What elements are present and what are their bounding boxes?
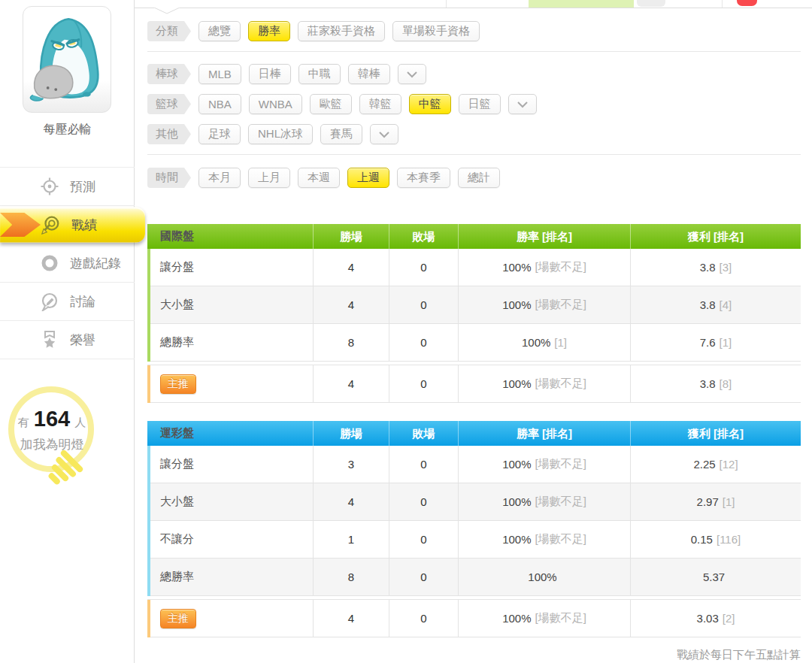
filter-chip-kr-basket[interactable]: 韓籃 [359,94,401,114]
beacon-prefix: 有 [18,416,29,428]
filter-chip-single-killer[interactable]: 單場殺手資格 [392,21,480,41]
table-header-row: 運彩盤 勝場 敗場 勝率 [排名] 獲利 [排名] [147,421,801,446]
table-row: 不讓分 1 0 100%[場數不足] 0.15[116] [147,521,801,559]
filter-label: 時間 [147,168,191,188]
chevron-down-icon [406,71,418,78]
filter-label: 分類 [147,21,191,41]
rate-cell: 100%[1] [458,324,630,362]
cut-off-tab[interactable] [637,0,665,7]
tab-divider [722,0,723,8]
filter-chip-soccer[interactable]: 足球 [198,124,241,144]
rate-cell: 100%[場數不足] [458,483,630,521]
profit-cell: 3.8[8] [630,365,801,403]
column-header: 敗場 [389,224,458,249]
featured-row-section: 主推 4 0 100%[場數不足] 3.8[8] [147,365,801,403]
sidebar-item-label: 遊戲紀錄 [70,255,121,272]
table-header-row: 國際盤 勝場 敗場 勝率 [排名] 獲利 [排名] [147,224,801,249]
cut-off-active-sport-tab[interactable] [529,0,634,8]
row-label: 主推 [147,374,313,394]
beacon-lightbulb[interactable]: 有 164 人 加我為明燈 [0,380,135,515]
losses-cell: 0 [389,324,458,362]
chevron-down-icon [378,131,390,138]
wins-cell: 4 [313,600,389,637]
sidebar-item-game-log[interactable]: 遊戲紀錄 [0,244,135,283]
sidebar: 每壓必輸 預測 戰績 [0,0,135,663]
sidebar-item-record[interactable]: 戰績 [0,206,135,244]
wins-cell: 3 [313,446,389,483]
filter-chip-winrate[interactable]: 勝率 [248,21,290,41]
calculation-note: 戰績於每日下午五點計算 [147,648,801,662]
avatar[interactable] [23,6,111,113]
filter-chip-total[interactable]: 總計 [458,168,500,188]
row-label: 主推 [147,609,313,628]
sidebar-item-label: 戰績 [71,216,97,234]
losses-cell: 0 [389,483,458,521]
column-header: 勝率 [排名] [458,421,630,446]
filter-chip-last-month[interactable]: 上月 [248,168,290,188]
tab-divider [446,0,447,8]
filter-chip-this-week[interactable]: 本週 [298,168,340,188]
column-header: 勝率 [排名] [458,224,630,249]
filter-chip-jp-basket[interactable]: 日籃 [459,94,501,114]
table-title: 國際盤 [147,229,313,244]
filter-chip-last-week[interactable]: 上週 [347,168,389,188]
column-header: 獲利 [排名] [630,421,801,446]
sidebar-item-label: 預測 [70,178,95,195]
profit-cell: 3.03[2] [630,600,801,637]
filter-chip-this-season[interactable]: 本賽季 [397,168,450,188]
profit-cell: 3.8[3] [630,249,801,286]
filter-chip-nba[interactable]: NBA [198,94,241,114]
filter-chip-cn-basket[interactable]: 中籃 [409,94,451,114]
filter-chip-jp-baseball[interactable]: 日棒 [249,64,291,84]
filter-label: 棒球 [147,64,191,84]
chat-pencil-icon [40,292,59,311]
table-row-featured: 主推 4 0 100%[場數不足] 3.8[8] [147,365,801,403]
losses-cell: 0 [389,286,458,324]
table-body: 讓分盤 4 0 100%[場數不足] 3.8[3] 大小盤 4 0 100%[場… [147,249,801,362]
filter-chip-nhl[interactable]: NHL冰球 [248,124,313,144]
losses-cell: 0 [389,521,458,559]
wins-cell: 4 [313,483,389,521]
more-other-button[interactable] [370,124,398,144]
international-board: 國際盤 勝場 敗場 勝率 [排名] 獲利 [排名] 讓分盤 4 0 100%[場… [147,224,801,403]
row-label: 大小盤 [147,495,313,509]
featured-badge: 主推 [160,609,196,628]
cut-off-red-icon[interactable] [737,0,757,6]
wins-cell: 8 [313,559,389,596]
sidebar-item-honor[interactable]: 榮譽 [0,321,135,359]
filter-chip-mlb[interactable]: MLB [198,64,241,84]
rate-cell: 100%[場數不足] [458,446,630,483]
losses-cell: 0 [389,559,458,596]
chevron-down-icon [517,101,529,108]
dart-target-icon [40,214,61,235]
rate-cell: 100%[場數不足] [458,600,630,637]
filter-chip-banker-killer[interactable]: 莊家殺手資格 [298,21,385,41]
more-basketball-button[interactable] [508,94,537,114]
losses-cell: 0 [389,365,458,403]
beacon-count: 164 [34,407,70,431]
profit-cell: 2.97[1] [630,483,801,521]
more-baseball-button[interactable] [398,64,426,84]
featured-badge: 主推 [160,374,196,394]
filter-chip-euro-basket[interactable]: 歐籃 [310,94,352,114]
ring-icon [40,253,59,273]
filter-chip-overview[interactable]: 總覽 [198,21,241,41]
filter-row-basketball: 籃球 NBA WNBA 歐籃 韓籃 中籃 日籃 [147,94,801,114]
divider [147,51,801,52]
featured-row-section: 主推 4 0 100%[場數不足] 3.03[2] [147,599,801,637]
sidebar-item-prediction[interactable]: 預測 [0,168,135,206]
filter-chip-kr-baseball[interactable]: 韓棒 [348,64,390,84]
wins-cell: 8 [313,324,389,362]
profit-cell: 5.37 [630,559,801,596]
losses-cell: 0 [389,249,458,286]
losses-cell: 0 [389,600,458,637]
row-label: 總勝率 [147,335,313,350]
record-panel: 分類 總覽 勝率 莊家殺手資格 單場殺手資格 棒球 MLB 日棒 中職 韓棒 籃… [147,8,801,662]
filter-chip-wnba[interactable]: WNBA [249,94,302,114]
sidebar-item-discussion[interactable]: 討論 [0,283,135,321]
profit-cell: 3.8[4] [630,286,801,324]
sidebar-item-label: 討論 [70,293,95,310]
filter-chip-this-month[interactable]: 本月 [198,168,241,188]
filter-chip-cpbl[interactable]: 中職 [298,64,341,84]
filter-chip-horse-racing[interactable]: 賽馬 [320,124,362,144]
